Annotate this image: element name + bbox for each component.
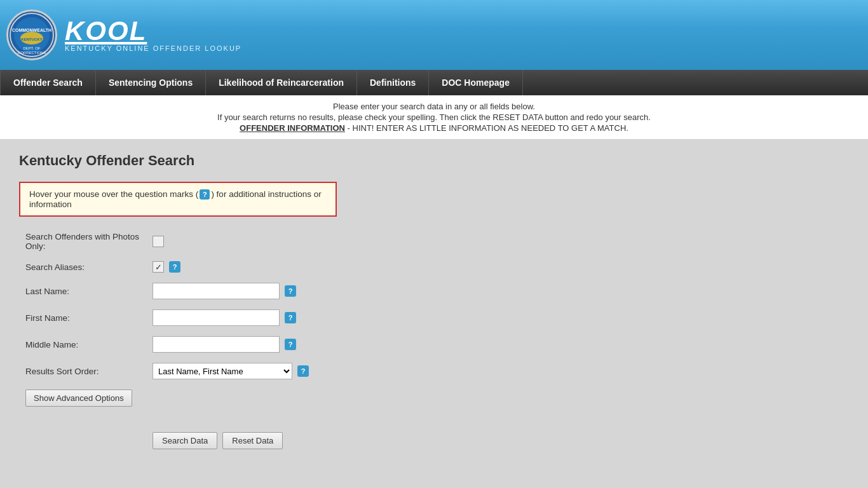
page-title: Kentucky Offender Search <box>19 152 553 169</box>
first-name-input[interactable] <box>153 309 280 326</box>
nav-offender-search[interactable]: Offender Search <box>0 70 96 95</box>
nav-sentencing-options[interactable]: Sentencing Options <box>96 70 206 95</box>
svg-text:KENTUCKY: KENTUCKY <box>21 37 42 41</box>
aliases-checkbox[interactable] <box>153 261 164 273</box>
photos-only-checkbox[interactable] <box>153 236 164 247</box>
offender-hint: OFFENDER INFORMATION <box>240 123 345 133</box>
photos-only-label: Search Offenders with Photos Only: <box>25 232 153 251</box>
aliases-control: ? <box>153 261 180 273</box>
aliases-label: Search Aliases: <box>25 262 153 272</box>
photos-only-control <box>153 236 164 247</box>
info-line3: OFFENDER INFORMATION - HINT! ENTER AS LI… <box>13 123 855 133</box>
info-line3-rest: - HINT! ENTER AS LITTLE INFORMATION AS N… <box>345 123 628 133</box>
middle-name-control: ? <box>153 336 296 353</box>
hint-box: Hover your mouse over the question marks… <box>19 182 337 217</box>
nav-definitions[interactable]: Definitions <box>357 70 429 95</box>
nav-doc-homepage[interactable]: DOC Homepage <box>429 70 523 95</box>
logo-area: COMMONWEALTH KENTUCKY DEPT. OF CORRECTIO… <box>6 10 241 60</box>
main-content: Kentucky Offender Search Hover your mous… <box>0 140 572 462</box>
reset-data-button[interactable]: Reset Data <box>222 432 283 449</box>
middle-name-input[interactable] <box>153 336 280 353</box>
first-name-help-button[interactable]: ? <box>285 312 296 323</box>
sort-order-control: Last Name, First Name First Name, Last N… <box>153 363 309 379</box>
action-buttons: Search Data Reset Data <box>153 432 553 449</box>
last-name-label: Last Name: <box>25 287 153 296</box>
show-advanced-options-button[interactable]: Show Advanced Options <box>25 390 132 407</box>
first-name-label: First Name: <box>25 313 153 323</box>
search-data-button[interactable]: Search Data <box>153 432 217 449</box>
first-name-control: ? <box>153 309 296 326</box>
last-name-input[interactable] <box>153 283 280 299</box>
sort-order-select[interactable]: Last Name, First Name First Name, Last N… <box>153 363 292 379</box>
svg-text:CORRECTIONS: CORRECTIONS <box>18 51 46 55</box>
info-bar: Please enter your search data in any or … <box>0 95 868 140</box>
sort-order-label: Results Sort Order: <box>25 367 153 376</box>
last-name-control: ? <box>153 283 296 299</box>
sort-order-help-button[interactable]: ? <box>297 365 309 377</box>
site-kool: KOOL <box>65 18 241 44</box>
logo: COMMONWEALTH KENTUCKY DEPT. OF CORRECTIO… <box>6 10 57 60</box>
site-subtitle: KENTUCKY ONLINE OFFENDER LOOKUP <box>65 44 241 52</box>
main-nav: Offender Search Sentencing Options Likel… <box>0 70 868 95</box>
hint-text-before: Hover your mouse over the question marks… <box>29 189 198 199</box>
search-form: Search Offenders with Photos Only: Searc… <box>25 232 553 449</box>
advanced-options-section: Show Advanced Options <box>25 390 553 419</box>
aliases-help-button[interactable]: ? <box>169 261 180 273</box>
info-line2: If your search returns no results, pleas… <box>13 112 855 122</box>
svg-text:DEPT. OF: DEPT. OF <box>23 46 40 50</box>
aliases-row: Search Aliases: ? <box>25 261 553 273</box>
middle-name-row: Middle Name: ? <box>25 336 553 353</box>
hint-question-icon: ? <box>200 189 210 200</box>
middle-name-help-button[interactable]: ? <box>285 339 296 350</box>
first-name-row: First Name: ? <box>25 309 553 326</box>
site-title: KOOL KENTUCKY ONLINE OFFENDER LOOKUP <box>65 18 241 52</box>
middle-name-label: Middle Name: <box>25 340 153 349</box>
header: COMMONWEALTH KENTUCKY DEPT. OF CORRECTIO… <box>0 0 868 70</box>
nav-likelihood-reincarceration[interactable]: Likelihood of Reincarceration <box>206 70 357 95</box>
svg-text:COMMONWEALTH: COMMONWEALTH <box>12 28 51 32</box>
last-name-row: Last Name: ? <box>25 283 553 299</box>
sort-order-row: Results Sort Order: Last Name, First Nam… <box>25 363 553 379</box>
info-line1: Please enter your search data in any or … <box>13 102 855 111</box>
last-name-help-button[interactable]: ? <box>285 285 296 297</box>
photos-only-row: Search Offenders with Photos Only: <box>25 232 553 251</box>
